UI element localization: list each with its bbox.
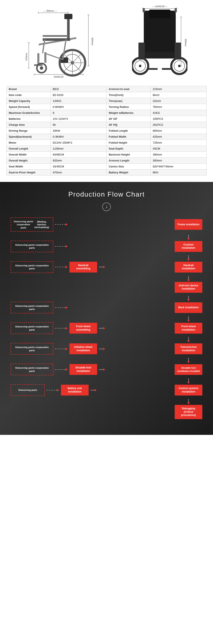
spec-value-left: 8: [51, 110, 107, 116]
spec-label-left: Maximum Grade/Incline: [7, 110, 51, 116]
spec-label-right: Backrest Height: [107, 152, 151, 158]
specs-table-section: Brand BEIZ Armrest-to-seat 215mm Item co…: [0, 86, 213, 182]
flow-row-7: Outsorcing parts\ cooperation parts Init…: [4, 343, 209, 355]
flow-row-5: Outsorcing parts\ cooperation parts Back…: [4, 302, 209, 314]
svg-rect-20: [43, 35, 68, 37]
flow-content: Production Flow Chart ⤓ Outsorcing parts…: [4, 190, 209, 419]
front-wheel-installation-box: Front wheel installation: [175, 323, 202, 334]
outsorcing-box-3: Outsorcing parts\ cooperation parts: [11, 261, 53, 273]
outsorcing-box-6: Outsorcing parts\ cooperation parts: [11, 322, 53, 334]
specs-table: Brand BEIZ Armrest-to-seat 215mm Item co…: [7, 86, 206, 176]
flow-chevron-icon: ⤓: [102, 202, 111, 211]
flow-row-1: Outsorcing parts\ cooperation parts(Weld…: [4, 218, 209, 232]
arrow-2: [55, 245, 68, 248]
spec-label-right: Seat Depth: [107, 146, 151, 152]
spec-label-left: Speed (forward): [7, 104, 51, 110]
arrow-v-inner-6: [175, 337, 202, 342]
svg-text:64/66CM: 64/66CM: [54, 76, 64, 78]
arrow-v-inner-1: [175, 235, 202, 240]
spec-label-left: Seat-to-Floor Height: [7, 170, 51, 176]
svg-rect-56: [147, 68, 158, 70]
svg-rect-59: [175, 8, 177, 12]
svg-point-55: [178, 65, 181, 67]
svg-point-32: [40, 66, 43, 70]
svg-text:920mm: 920mm: [91, 38, 94, 46]
arrow-1: [55, 223, 68, 226]
arrow-v-2: [4, 255, 209, 261]
spec-label-right: Tires(rear): [107, 98, 151, 104]
arrow-v-1: [4, 235, 209, 240]
spec-label-left: Motor: [7, 140, 51, 146]
svg-text:470mm: 470mm: [26, 53, 28, 61]
spec-value-right: 22inch: [151, 98, 206, 104]
svg-rect-57: [162, 68, 172, 70]
spec-value-right: 390mm: [151, 152, 206, 158]
spec-label-left: Brand: [7, 86, 51, 92]
spec-label-left: Driving Range: [7, 128, 51, 134]
arrow-8a: [55, 368, 68, 371]
spec-value-left: 12V 12AH*2: [51, 116, 107, 122]
straddle-foot-box: Straddle foot installation: [69, 364, 97, 375]
spec-value-right: 105PCS: [151, 116, 206, 122]
spec-value-right: 805mm: [151, 128, 206, 134]
arrow-5: [55, 306, 68, 309]
svg-text:330mm: 330mm: [184, 39, 187, 46]
svg-line-34: [43, 39, 45, 53]
spec-value-left: 0-3KM/H: [51, 134, 107, 140]
flow-row-4: Anti-turn device installation: [4, 282, 209, 293]
svg-rect-21: [37, 53, 39, 65]
spec-value-left: BZ-6103: [51, 92, 107, 98]
straddle-foot-installation-box: Straddle foot installation Installati: [175, 364, 202, 375]
arrow-6a: [55, 327, 68, 330]
spec-label-left: Overall Lenght: [7, 146, 51, 152]
spec-value-right: 300mm: [151, 158, 206, 164]
initiative-wheel-box: Initiative wheel installation: [69, 344, 97, 354]
spec-label-right: 20' GP: [107, 116, 151, 122]
arrow-v-inner-3: [175, 276, 202, 282]
arrow-9a: [47, 389, 59, 392]
arrow-8b: [99, 368, 105, 371]
arrow-3b: [99, 266, 105, 268]
spec-value-left: 20KM: [51, 128, 107, 134]
wheelchair-side-svg: --- 300mm --- 920mm 470mm 64/66CM: [26, 6, 98, 79]
arrow-7b: [99, 348, 105, 350]
spec-label-right: Carton Size: [107, 164, 151, 170]
spec-label-left: Weight Capacity: [7, 98, 51, 104]
spec-value-right: 820*440*740mm: [151, 164, 206, 170]
flow-row-8: Outsorcing parts\ cooperation parts Stra…: [4, 364, 209, 375]
arrow-v-8: [4, 378, 209, 384]
svg-line-36: [45, 53, 63, 60]
handrail-assembling-box: Handrail assembling: [69, 262, 97, 272]
flow-section: Production Flow Chart ⤓ Outsorcing parts…: [0, 182, 213, 435]
spec-value-right: 261PCS: [151, 122, 206, 128]
spec-value-right: 43CM: [151, 146, 206, 152]
svg-text:--- 300mm ---: --- 300mm ---: [43, 10, 57, 12]
debugging-box: Debugging(Critical procedures): [175, 405, 202, 419]
spec-value-left: 0-6KM/H: [51, 104, 107, 110]
flow-row-10: Debugging(Critical procedures): [4, 405, 209, 419]
outsorcing-box-8: Outsorcing parts\ cooperation parts: [11, 364, 53, 375]
arrow-v-inner-9: [175, 399, 202, 404]
spec-value-right: 8inch: [151, 92, 206, 98]
flow-row-9: Outsorcing parts Battery unit installati…: [4, 384, 209, 396]
handrail-installation-box: Handrail installation: [175, 262, 202, 272]
spec-label-left: Charge time: [7, 122, 51, 128]
arrow-6b: [99, 327, 105, 330]
outsorcing-box-7: Outsorcing parts\ cooperation parts: [11, 343, 53, 355]
svg-rect-58: [143, 8, 145, 12]
flow-row-2: Outsorcing parts\ cooperation parts Cush…: [4, 240, 209, 252]
spec-value-left: 1100mm: [51, 146, 107, 152]
arrow-v-7: [4, 358, 209, 363]
spec-label-left: Batteries: [7, 116, 51, 122]
flow-row-3: Outsorcing parts\ cooperation parts Hand…: [4, 261, 209, 273]
svg-text:--- 43/45CM ---: --- 43/45CM ---: [152, 5, 168, 8]
outsorcing-box-5: Outsorcing parts\ cooperation parts: [11, 302, 53, 314]
cushion-installation-box: Cushion installation: [175, 241, 202, 252]
arrow-3a: [55, 266, 68, 268]
outsorcing-box-1: Outsorcing parts\ cooperation parts(Weld…: [11, 218, 53, 232]
spec-value-left: DC24V 250W*2: [51, 140, 107, 146]
spec-value-right: 760mm: [151, 104, 206, 110]
spec-label-right: Armrest-to-seat: [107, 86, 151, 92]
spec-value-right: 425mm: [151, 134, 206, 140]
battery-unit-box: Battery unit installation: [61, 385, 89, 396]
